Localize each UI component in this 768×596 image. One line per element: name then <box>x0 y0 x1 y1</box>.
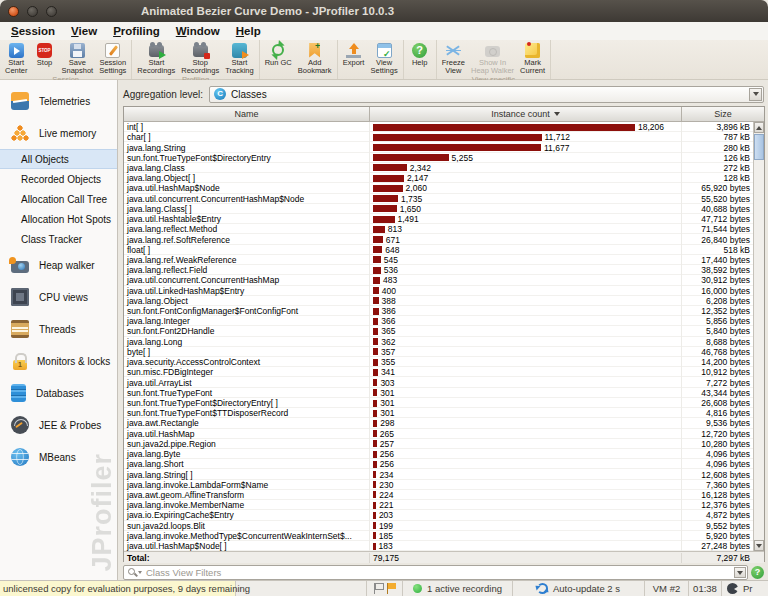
instance-count-bar <box>373 512 376 519</box>
table-row[interactable]: java.util.HashMap$Node2,06065,920 bytes <box>124 183 764 193</box>
start-recordings-button[interactable]: Start Recordings <box>134 41 178 75</box>
filter-dropdown-arrow[interactable] <box>734 567 746 578</box>
main-area: TelemetriesLive memoryAll ObjectsRecorde… <box>0 80 768 580</box>
vertical-scrollbar[interactable] <box>753 122 764 551</box>
table-row[interactable]: java.lang.reflect.Method81371,544 bytes <box>124 224 764 234</box>
stop-button[interactable]: Stop <box>31 41 59 67</box>
table-row[interactable]: sun.misc.FDBigInteger34110,912 bytes <box>124 367 764 377</box>
table-row[interactable]: byte[ ]35746,768 bytes <box>124 347 764 357</box>
table-row[interactable]: sun.font.TrueTypeFont$DirectoryEntry5,25… <box>124 153 764 163</box>
view-settings-button[interactable]: View Settings <box>368 41 401 75</box>
table-row[interactable]: java.lang.Byte2564,096 bytes <box>124 449 764 459</box>
session-settings-button[interactable]: Session Settings <box>96 41 129 75</box>
recording-status[interactable]: 1 active recording <box>403 581 513 596</box>
title-bar[interactable]: Animated Bezier Curve Demo - JProfiler 1… <box>0 0 768 22</box>
table-row[interactable]: java.util.concurrent.ConcurrentHashMap$N… <box>124 194 764 204</box>
table-row[interactable]: java.awt.geom.AffineTransform22416,128 b… <box>124 490 764 500</box>
class-view-filters-input[interactable]: Class View Filters <box>123 565 748 580</box>
sidebar-item-threads[interactable]: Threads <box>0 313 117 345</box>
aggregation-level-select[interactable]: Classes <box>209 86 764 103</box>
scroll-down-button[interactable] <box>754 540 764 551</box>
column-header-name[interactable]: Name <box>124 107 370 121</box>
table-row[interactable]: java.lang.invoke.MethodType$ConcurrentWe… <box>124 531 764 541</box>
table-row[interactable]: char[ ]11,712787 kB <box>124 132 764 142</box>
sidebar-item-recorded-objects[interactable]: Recorded Objects <box>0 169 117 189</box>
table-row[interactable]: java.io.ExpiringCache$Entry2034,872 byte… <box>124 510 764 520</box>
start-center-button[interactable]: Start Center <box>2 41 31 75</box>
table-row[interactable]: java.util.Hashtable$Entry1,49147,712 byt… <box>124 214 764 224</box>
table-row[interactable]: java.security.AccessControlContext35514,… <box>124 357 764 367</box>
instance-count-value: 301 <box>380 388 394 398</box>
close-button[interactable] <box>8 6 19 17</box>
table-row[interactable]: int[ ]18,2063,896 kB <box>124 122 764 132</box>
table-row[interactable]: java.lang.Object[ ]2,147128 kB <box>124 173 764 183</box>
auto-update-status[interactable]: Auto-update 2 s <box>513 581 645 596</box>
sidebar-item-cpu-views[interactable]: CPU views <box>0 281 117 313</box>
add-bookmark-button[interactable]: Add Bookmark <box>295 41 335 75</box>
table-row[interactable]: sun.font.TrueTypeFont$TTDisposerRecord30… <box>124 408 764 418</box>
sidebar-item-allocation-hot-spots[interactable]: Allocation Hot Spots <box>0 209 117 229</box>
save-snapshot-button[interactable]: Save Snapshot <box>59 41 97 75</box>
sidebar-item-telemetries[interactable]: Telemetries <box>0 85 117 117</box>
table-row[interactable]: sun.font.FontConfigManager$FontConfigFon… <box>124 306 764 316</box>
help-button[interactable]: Help <box>406 41 434 67</box>
sidebar-item-jee-probes[interactable]: JEE & Probes <box>0 409 117 441</box>
table-row[interactable]: sun.font.TrueTypeFont30143,344 bytes <box>124 388 764 398</box>
column-header-instance-count[interactable]: Instance count <box>370 107 682 121</box>
menu-help[interactable]: Help <box>228 25 269 37</box>
scroll-up-button[interactable] <box>754 122 764 133</box>
sidebar-item-class-tracker[interactable]: Class Tracker <box>0 229 117 249</box>
search-options-arrow-icon[interactable] <box>138 571 142 574</box>
menu-window[interactable]: Window <box>168 25 228 37</box>
table-row[interactable]: java.lang.invoke.LambdaForm$Name2307,360… <box>124 480 764 490</box>
table-row[interactable]: java.lang.Integer3665,856 bytes <box>124 316 764 326</box>
scrollbar-thumb[interactable] <box>754 134 764 160</box>
table-row[interactable]: java.awt.Rectangle2989,536 bytes <box>124 418 764 428</box>
table-row[interactable]: java.lang.invoke.MemberName22112,376 byt… <box>124 500 764 510</box>
sidebar-item-heap-walker[interactable]: Heap walker <box>0 249 117 281</box>
menu-view[interactable]: View <box>63 25 105 37</box>
table-row[interactable]: java.lang.String[ ]23412,608 bytes <box>124 469 764 479</box>
run-gc-button[interactable]: Run GC <box>262 41 295 67</box>
table-row[interactable]: java.lang.Long3628,688 bytes <box>124 337 764 347</box>
filter-help-icon[interactable] <box>751 566 764 579</box>
aggregation-dropdown-arrow[interactable] <box>749 88 762 101</box>
sidebar-item-allocation-call-tree[interactable]: Allocation Call Tree <box>0 189 117 209</box>
maximize-button[interactable] <box>46 6 57 17</box>
bookmark-flags[interactable] <box>367 581 403 596</box>
table-row[interactable]: sun.font.Font2DHandle3655,840 bytes <box>124 326 764 336</box>
table-row[interactable]: java.lang.Short2564,096 bytes <box>124 459 764 469</box>
table-row[interactable]: sun.font.TrueTypeFont$DirectoryEntry[ ]3… <box>124 398 764 408</box>
sidebar-item-mbeans[interactable]: MBeans <box>0 441 117 473</box>
table-row[interactable]: sun.java2d.pipe.Region25710,280 bytes <box>124 439 764 449</box>
sidebar-item-all-objects[interactable]: All Objects <box>0 149 117 169</box>
freeze-view-button[interactable]: Freeze View <box>439 41 468 75</box>
export-button[interactable]: Export <box>340 41 368 67</box>
instance-count-value: 362 <box>381 337 395 347</box>
table-row[interactable]: java.util.concurrent.ConcurrentHashMap48… <box>124 275 764 285</box>
table-row[interactable]: java.lang.Class[ ]1,65040,688 bytes <box>124 204 764 214</box>
table-row[interactable]: java.util.HashMap$Node[ ]18327,248 bytes <box>124 541 764 551</box>
table-row[interactable]: java.util.HashMap26512,720 bytes <box>124 429 764 439</box>
sidebar-item-databases[interactable]: Databases <box>0 377 117 409</box>
class-name-cell: java.awt.geom.AffineTransform <box>124 490 370 500</box>
menu-profiling[interactable]: Profiling <box>105 25 168 37</box>
table-row[interactable]: java.util.LinkedHashMap$Entry40016,000 b… <box>124 286 764 296</box>
sidebar-item-live-memory[interactable]: Live memory <box>0 117 117 149</box>
sidebar-item-monitors-locks[interactable]: Monitors & locks <box>0 345 117 377</box>
table-row[interactable]: java.util.ArrayList3037,272 bytes <box>124 377 764 387</box>
table-row[interactable]: sun.java2d.loops.Blit1999,552 bytes <box>124 521 764 531</box>
mark-current-button[interactable]: Mark Current <box>517 41 548 75</box>
start-tracking-button[interactable]: Start Tracking <box>222 41 256 75</box>
table-row[interactable]: float[ ]648518 kB <box>124 245 764 255</box>
minimize-button[interactable] <box>27 6 38 17</box>
table-row[interactable]: java.lang.ref.WeakReference54517,440 byt… <box>124 255 764 265</box>
column-header-size[interactable]: Size <box>682 107 764 121</box>
table-row[interactable]: java.lang.reflect.Field53638,592 bytes <box>124 265 764 275</box>
table-row[interactable]: java.lang.Object3886,208 bytes <box>124 296 764 306</box>
table-row[interactable]: java.lang.Class2,342272 kB <box>124 163 764 173</box>
table-row[interactable]: java.lang.ref.SoftReference67126,840 byt… <box>124 234 764 244</box>
table-row[interactable]: java.lang.String11,677280 kB <box>124 142 764 152</box>
stop-recordings-button[interactable]: Stop Recordings <box>178 41 222 75</box>
menu-session[interactable]: Session <box>3 25 63 37</box>
